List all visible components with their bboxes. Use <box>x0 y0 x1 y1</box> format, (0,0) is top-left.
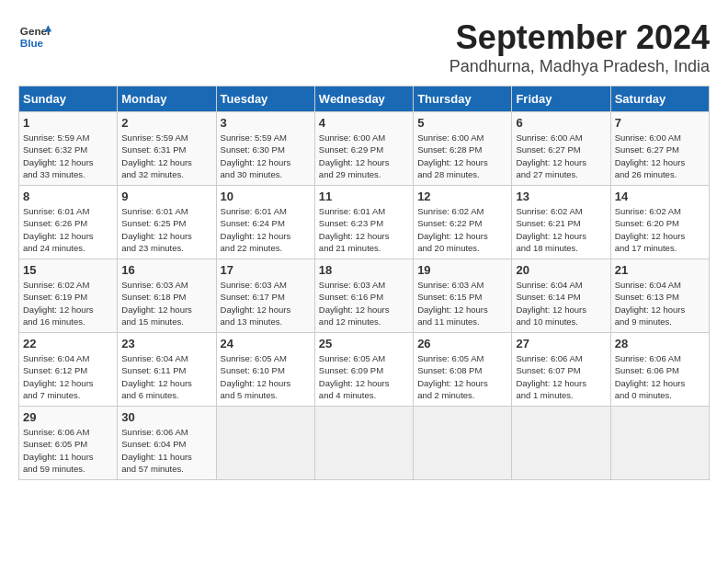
table-row: 10Sunrise: 6:01 AMSunset: 6:24 PMDayligh… <box>216 186 314 259</box>
table-row: 14Sunrise: 6:02 AMSunset: 6:20 PMDayligh… <box>610 186 709 259</box>
day-info: Sunrise: 6:03 AMSunset: 6:15 PMDaylight:… <box>417 279 507 327</box>
day-number: 24 <box>221 337 311 350</box>
header-sunday: Sunday <box>19 86 118 112</box>
day-info: Sunrise: 6:01 AMSunset: 6:25 PMDaylight:… <box>121 205 211 254</box>
day-info: Sunrise: 6:06 AMSunset: 6:05 PMDaylight:… <box>23 426 113 475</box>
table-row: 27Sunrise: 6:06 AMSunset: 6:07 PMDayligh… <box>512 333 610 407</box>
table-row: 5Sunrise: 6:00 AMSunset: 6:28 PMDaylight… <box>414 112 512 186</box>
table-row <box>512 407 610 480</box>
day-number: 17 <box>221 263 311 277</box>
table-row: 16Sunrise: 6:03 AMSunset: 6:18 PMDayligh… <box>118 259 216 333</box>
day-info: Sunrise: 6:00 AMSunset: 6:29 PMDaylight:… <box>319 132 409 180</box>
day-info: Sunrise: 5:59 AMSunset: 6:30 PMDaylight:… <box>221 132 311 180</box>
table-row: 2Sunrise: 5:59 AMSunset: 6:31 PMDaylight… <box>118 112 216 186</box>
logo: General Blue <box>18 18 51 52</box>
svg-text:Blue: Blue <box>20 37 44 49</box>
day-info: Sunrise: 6:02 AMSunset: 6:22 PMDaylight:… <box>417 205 507 254</box>
logo-icon: General Blue <box>18 18 51 52</box>
day-info: Sunrise: 6:02 AMSunset: 6:20 PMDaylight:… <box>615 205 705 254</box>
day-info: Sunrise: 6:05 AMSunset: 6:10 PMDaylight:… <box>221 352 311 401</box>
calendar-week-row: 8Sunrise: 6:01 AMSunset: 6:26 PMDaylight… <box>19 186 710 259</box>
table-row: 9Sunrise: 6:01 AMSunset: 6:25 PMDaylight… <box>118 186 216 259</box>
day-number: 30 <box>121 410 211 424</box>
day-info: Sunrise: 6:04 AMSunset: 6:11 PMDaylight:… <box>121 352 211 401</box>
table-row: 21Sunrise: 6:04 AMSunset: 6:13 PMDayligh… <box>610 259 709 333</box>
day-number: 11 <box>319 190 409 203</box>
day-number: 15 <box>23 263 113 277</box>
table-row: 1Sunrise: 5:59 AMSunset: 6:32 PMDaylight… <box>19 112 118 186</box>
day-number: 6 <box>516 116 606 130</box>
day-number: 29 <box>23 410 113 424</box>
day-info: Sunrise: 6:00 AMSunset: 6:27 PMDaylight:… <box>615 132 705 180</box>
day-number: 7 <box>615 116 705 130</box>
day-number: 26 <box>417 337 507 350</box>
header-wednesday: Wednesday <box>314 86 413 112</box>
table-row: 8Sunrise: 6:01 AMSunset: 6:26 PMDaylight… <box>19 186 118 259</box>
day-number: 9 <box>121 190 211 203</box>
day-info: Sunrise: 6:01 AMSunset: 6:24 PMDaylight:… <box>221 205 311 254</box>
table-row: 24Sunrise: 6:05 AMSunset: 6:10 PMDayligh… <box>216 333 314 407</box>
day-info: Sunrise: 6:03 AMSunset: 6:17 PMDaylight:… <box>221 279 311 327</box>
day-number: 3 <box>221 116 311 130</box>
day-number: 19 <box>417 263 507 277</box>
weekday-header-row: Sunday Monday Tuesday Wednesday Thursday… <box>19 86 710 112</box>
table-row: 12Sunrise: 6:02 AMSunset: 6:22 PMDayligh… <box>414 186 512 259</box>
table-row <box>610 407 709 480</box>
day-info: Sunrise: 6:00 AMSunset: 6:28 PMDaylight:… <box>417 132 507 180</box>
day-info: Sunrise: 5:59 AMSunset: 6:32 PMDaylight:… <box>23 132 113 180</box>
day-info: Sunrise: 6:04 AMSunset: 6:13 PMDaylight:… <box>615 279 705 327</box>
day-number: 1 <box>23 116 113 130</box>
day-number: 12 <box>417 190 507 203</box>
title-area: September 2024 Pandhurna, Madhya Pradesh… <box>449 18 710 76</box>
page-header: General Blue September 2024 Pandhurna, M… <box>18 18 710 76</box>
day-info: Sunrise: 6:01 AMSunset: 6:26 PMDaylight:… <box>23 205 113 254</box>
day-info: Sunrise: 6:06 AMSunset: 6:04 PMDaylight:… <box>121 426 211 475</box>
table-row: 7Sunrise: 6:00 AMSunset: 6:27 PMDaylight… <box>610 112 709 186</box>
day-number: 5 <box>417 116 507 130</box>
day-number: 21 <box>615 263 705 277</box>
day-number: 10 <box>221 190 311 203</box>
table-row: 11Sunrise: 6:01 AMSunset: 6:23 PMDayligh… <box>314 186 413 259</box>
calendar-week-row: 15Sunrise: 6:02 AMSunset: 6:19 PMDayligh… <box>19 259 710 333</box>
calendar-week-row: 1Sunrise: 5:59 AMSunset: 6:32 PMDaylight… <box>19 112 710 186</box>
table-row: 28Sunrise: 6:06 AMSunset: 6:06 PMDayligh… <box>610 333 709 407</box>
day-info: Sunrise: 6:06 AMSunset: 6:07 PMDaylight:… <box>516 352 606 401</box>
day-number: 13 <box>516 190 606 203</box>
day-number: 2 <box>121 116 211 130</box>
calendar-body: 1Sunrise: 5:59 AMSunset: 6:32 PMDaylight… <box>19 112 710 480</box>
header-saturday: Saturday <box>610 86 709 112</box>
table-row: 30Sunrise: 6:06 AMSunset: 6:04 PMDayligh… <box>118 407 216 480</box>
table-row: 18Sunrise: 6:03 AMSunset: 6:16 PMDayligh… <box>314 259 413 333</box>
table-row: 22Sunrise: 6:04 AMSunset: 6:12 PMDayligh… <box>19 333 118 407</box>
calendar-week-row: 29Sunrise: 6:06 AMSunset: 6:05 PMDayligh… <box>19 407 710 480</box>
day-number: 8 <box>23 190 113 203</box>
day-number: 4 <box>319 116 409 130</box>
day-info: Sunrise: 6:05 AMSunset: 6:08 PMDaylight:… <box>417 352 507 401</box>
day-info: Sunrise: 6:01 AMSunset: 6:23 PMDaylight:… <box>319 205 409 254</box>
day-number: 28 <box>615 337 705 350</box>
day-info: Sunrise: 6:06 AMSunset: 6:06 PMDaylight:… <box>615 352 705 401</box>
day-number: 22 <box>23 337 113 350</box>
table-row: 4Sunrise: 6:00 AMSunset: 6:29 PMDaylight… <box>314 112 413 186</box>
table-row <box>314 407 413 480</box>
table-row <box>414 407 512 480</box>
table-row: 15Sunrise: 6:02 AMSunset: 6:19 PMDayligh… <box>19 259 118 333</box>
location-title: Pandhurna, Madhya Pradesh, India <box>449 57 710 76</box>
table-row: 6Sunrise: 6:00 AMSunset: 6:27 PMDaylight… <box>512 112 610 186</box>
calendar-week-row: 22Sunrise: 6:04 AMSunset: 6:12 PMDayligh… <box>19 333 710 407</box>
day-number: 25 <box>319 337 409 350</box>
day-info: Sunrise: 6:03 AMSunset: 6:16 PMDaylight:… <box>319 279 409 327</box>
day-info: Sunrise: 6:03 AMSunset: 6:18 PMDaylight:… <box>121 279 211 327</box>
table-row: 17Sunrise: 6:03 AMSunset: 6:17 PMDayligh… <box>216 259 314 333</box>
day-info: Sunrise: 6:05 AMSunset: 6:09 PMDaylight:… <box>319 352 409 401</box>
day-info: Sunrise: 6:00 AMSunset: 6:27 PMDaylight:… <box>516 132 606 180</box>
header-monday: Monday <box>118 86 216 112</box>
day-number: 16 <box>121 263 211 277</box>
header-friday: Friday <box>512 86 610 112</box>
header-thursday: Thursday <box>414 86 512 112</box>
table-row: 19Sunrise: 6:03 AMSunset: 6:15 PMDayligh… <box>414 259 512 333</box>
day-info: Sunrise: 6:02 AMSunset: 6:21 PMDaylight:… <box>516 205 606 254</box>
header-tuesday: Tuesday <box>216 86 314 112</box>
day-info: Sunrise: 5:59 AMSunset: 6:31 PMDaylight:… <box>121 132 211 180</box>
day-number: 14 <box>615 190 705 203</box>
